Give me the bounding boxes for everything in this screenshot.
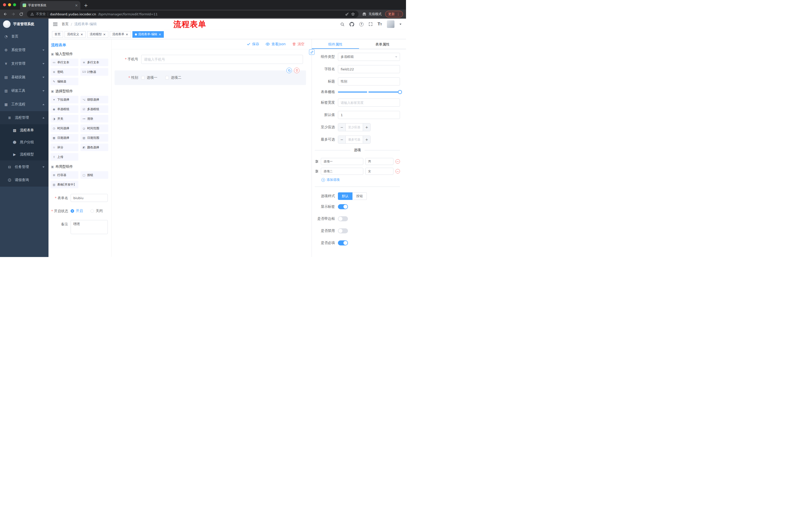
grid-slider[interactable] [338, 91, 400, 92]
copy-widget-button[interactable] [286, 67, 292, 73]
remove-option-button[interactable]: − [396, 159, 400, 164]
form-remark-textarea[interactable]: 嘿嘿 [70, 220, 108, 234]
field-name-input[interactable] [338, 65, 400, 73]
sidebar-item-process-mgmt[interactable]: ≣ 流程管理 [0, 111, 49, 124]
palette-item-date-range[interactable]: ▧日期范围 [80, 134, 108, 141]
font-size-icon[interactable]: TT [378, 22, 382, 26]
palette-item-editor[interactable]: ✎编辑器 [51, 78, 78, 85]
palette-item-select[interactable]: ▾下拉选择 [51, 96, 78, 103]
style-default-button[interactable]: 默认 [338, 192, 352, 200]
style-button-button[interactable]: 按钮 [352, 192, 367, 200]
checkbox-option-1[interactable]: 选项一 [141, 76, 157, 80]
remove-option-button[interactable]: − [396, 169, 400, 173]
tag-process-model[interactable]: 流程模型 × [87, 31, 108, 38]
password-key-icon[interactable] [345, 12, 349, 16]
add-option-button[interactable]: + 添加选项 [321, 178, 400, 182]
option-name-input[interactable] [321, 168, 363, 175]
phone-input[interactable] [141, 55, 303, 64]
required-toggle[interactable] [338, 240, 348, 245]
sidebar-item-payment[interactable]: ¥ 支付管理 [0, 57, 49, 71]
tab-form-props[interactable]: 表单属性 [359, 39, 406, 49]
radio-status-on[interactable]: 开启 [70, 209, 83, 213]
sidebar-item-leave-query[interactable]: ☺ 请假查询 [0, 173, 49, 187]
tag-home[interactable]: 首页 [52, 31, 63, 38]
tag-process-form[interactable]: 流程表单 × [110, 31, 131, 38]
reload-icon[interactable] [19, 12, 23, 16]
sidebar-toggle-icon[interactable] [53, 23, 58, 26]
sidebar-item-home[interactable]: ◔ 首页 [0, 30, 49, 43]
breadcrumb-home[interactable]: 首页 [62, 22, 68, 26]
min-select-input[interactable] [346, 124, 363, 131]
sidebar-item-process-model[interactable]: ▶ 流程模型 [0, 148, 49, 160]
clear-button[interactable]: 清空 [292, 42, 304, 47]
sidebar-item-workflow[interactable]: ▦ 工作流程 [0, 98, 49, 111]
help-icon[interactable]: ? [359, 22, 364, 26]
drag-handle-icon[interactable] [315, 169, 319, 173]
border-toggle[interactable] [338, 216, 348, 221]
forward-icon[interactable] [11, 12, 16, 16]
disabled-toggle[interactable] [338, 228, 348, 233]
plus-button[interactable]: + [363, 136, 370, 143]
radio-status-off[interactable]: 关闭 [90, 209, 103, 213]
fullscreen-icon[interactable] [369, 22, 373, 26]
palette-item-row-container[interactable]: ⊞行容器 [51, 171, 78, 179]
drag-handle-icon[interactable] [315, 159, 319, 163]
plus-button[interactable]: + [363, 124, 370, 131]
tab-component-props[interactable]: 组件属性 [312, 39, 359, 49]
form-name-input[interactable] [70, 194, 108, 202]
palette-item-switch[interactable]: ◑开关 [51, 115, 78, 123]
palette-item-time-range[interactable]: ◶时间范围 [80, 125, 108, 132]
search-icon[interactable] [340, 22, 344, 26]
maximize-window-button[interactable] [13, 3, 16, 6]
close-window-button[interactable] [3, 3, 6, 6]
avatar[interactable] [387, 20, 395, 28]
label-width-input[interactable] [338, 99, 400, 107]
browser-menu-icon[interactable]: ⋮ [397, 12, 400, 16]
palette-item-slider[interactable]: ⊶滑块 [80, 115, 108, 123]
tag-process-form-edit[interactable]: 流程表单-编辑 × [133, 31, 164, 38]
address-bar[interactable]: 不安全 dashboard.yudao.iocoder.cn/bpm/manag… [27, 10, 358, 18]
palette-item-table[interactable]: ▥表格[开发中] [51, 181, 78, 188]
minus-button[interactable]: − [338, 124, 346, 131]
sidebar-logo[interactable]: 芋道管理系统 [0, 19, 49, 30]
sidebar-item-user-group[interactable]: ☻ 用户分组 [0, 136, 49, 148]
tag-close-icon[interactable]: × [103, 33, 106, 36]
sidebar-item-devtools[interactable]: ▥ 研发工具 [0, 84, 49, 98]
canvas-field-phone[interactable]: 手机号 [115, 55, 306, 64]
delete-widget-button[interactable] [294, 67, 299, 73]
palette-item-rating[interactable]: ☆评分 [51, 143, 78, 151]
link-button[interactable] [309, 49, 315, 55]
component-type-select[interactable]: 多选框组 [338, 53, 400, 61]
palette-item-password[interactable]: ⊛密码 [51, 68, 78, 76]
tag-process-definition[interactable]: 流程定义 × [64, 31, 86, 38]
back-icon[interactable] [3, 12, 7, 16]
palette-item-cascader[interactable]: ⌥级联选择 [80, 96, 108, 103]
palette-item-button[interactable]: ▢按钮 [80, 171, 108, 179]
palette-item-radio-group[interactable]: ◉单选框组 [51, 105, 78, 113]
tab-close-icon[interactable]: × [75, 3, 78, 7]
browser-update-button[interactable]: 更新 ⋮ [385, 11, 403, 17]
title-input[interactable] [338, 77, 400, 85]
new-tab-button[interactable]: + [84, 2, 88, 8]
palette-item-textarea[interactable]: ≡多行文本 [80, 59, 108, 66]
tag-close-icon[interactable]: × [158, 33, 161, 36]
option-name-input[interactable] [321, 158, 363, 165]
palette-item-counter[interactable]: 123计数器 [80, 68, 108, 76]
tag-close-icon[interactable]: × [126, 33, 128, 36]
tag-close-icon[interactable]: × [80, 33, 83, 36]
max-select-input[interactable] [346, 136, 363, 143]
option-value-input[interactable] [365, 158, 394, 165]
save-button[interactable]: 保存 [247, 42, 259, 47]
palette-item-date-picker[interactable]: ▦日期选择 [51, 134, 78, 141]
bookmark-star-icon[interactable] [351, 12, 355, 16]
default-value-input[interactable] [338, 111, 400, 119]
sidebar-item-process-form[interactable]: ▧ 流程表单 [0, 124, 49, 136]
sidebar-item-infra[interactable]: ▤ 基础设施 [0, 71, 49, 84]
palette-item-upload[interactable]: ⇧上传 [51, 153, 78, 161]
option-value-input[interactable] [365, 168, 394, 175]
minus-button[interactable]: − [338, 136, 346, 143]
palette-item-color-picker[interactable]: ◩颜色选择 [80, 143, 108, 151]
sidebar-item-system[interactable]: ⚙ 系统管理 [0, 43, 49, 57]
checkbox-option-2[interactable]: 选项二 [165, 76, 181, 80]
palette-item-single-text[interactable]: ▭单行文本 [51, 59, 78, 66]
